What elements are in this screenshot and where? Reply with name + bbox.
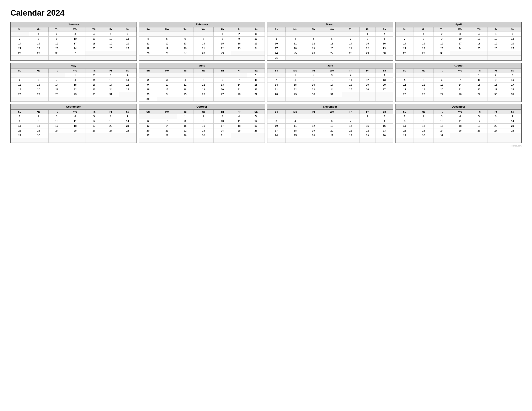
calendar-day: 10 bbox=[65, 37, 85, 41]
calendar-day: 9 bbox=[231, 37, 247, 41]
calendar-day-empty bbox=[285, 97, 305, 102]
calendar-day-empty bbox=[488, 97, 504, 102]
calendar-day: 11 bbox=[470, 37, 488, 41]
calendar-day: 11 bbox=[177, 83, 193, 87]
calendar-day bbox=[29, 73, 48, 78]
calendar-day: 15 bbox=[65, 83, 85, 87]
day-header-su: Su bbox=[396, 68, 414, 73]
day-header-fr: Fr bbox=[359, 110, 376, 114]
day-header-fr: Fr bbox=[488, 28, 504, 32]
calendar-day bbox=[103, 51, 119, 56]
calendar-day-empty bbox=[11, 97, 29, 102]
calendar-day: 1 bbox=[359, 114, 376, 119]
calendar-day: 19 bbox=[103, 41, 119, 46]
calendar-day: 23 bbox=[193, 128, 214, 133]
calendar-day: 15 bbox=[285, 83, 305, 87]
calendar-day bbox=[322, 56, 342, 60]
calendar-day: 28 bbox=[231, 92, 247, 97]
calendar-day: 9 bbox=[139, 83, 157, 87]
calendar-day: 19 bbox=[85, 124, 103, 128]
day-header-we: We bbox=[450, 110, 470, 114]
calendar-day bbox=[504, 51, 521, 56]
calendar-day-empty bbox=[29, 56, 48, 60]
calendar-day-empty bbox=[434, 138, 450, 143]
calendar-day: 11 bbox=[139, 41, 157, 46]
calendar-day: 26 bbox=[11, 92, 29, 97]
calendar-day: 5 bbox=[470, 114, 488, 119]
calendar-day: 13 bbox=[103, 119, 119, 124]
day-header-mo: Mo bbox=[414, 68, 434, 73]
calendar-day: 26 bbox=[157, 51, 177, 56]
calendar-day: 7 bbox=[342, 119, 359, 124]
calendar-day: 8 bbox=[247, 78, 265, 83]
calendar-day: 22 bbox=[65, 87, 85, 92]
calendar-day-empty bbox=[103, 56, 119, 60]
calendar-day: 4 bbox=[285, 37, 305, 41]
day-header-th: Th bbox=[85, 68, 103, 73]
calendar-day: 9 bbox=[414, 119, 434, 124]
calendar-day: 13 bbox=[29, 83, 48, 87]
day-header-th: Th bbox=[470, 68, 488, 73]
calendar-day bbox=[267, 73, 285, 78]
calendar-day: 24 bbox=[214, 128, 231, 133]
day-header-we: We bbox=[193, 68, 214, 73]
calendar-day bbox=[139, 114, 157, 119]
calendar-day: 21 bbox=[267, 87, 285, 92]
calendar-day-empty bbox=[359, 97, 376, 102]
calendar-day: 15 bbox=[29, 41, 48, 46]
calendar-day: 7 bbox=[193, 37, 214, 41]
calendar-day: 3 bbox=[267, 119, 285, 124]
calendar-day-empty bbox=[247, 138, 265, 143]
day-header-we: We bbox=[322, 110, 342, 114]
calendar-day-empty bbox=[29, 138, 48, 143]
calendar-day bbox=[488, 133, 504, 138]
calendar-day: 27 bbox=[177, 51, 193, 56]
calendar-day: 6 bbox=[119, 32, 136, 37]
calendar-day bbox=[396, 73, 414, 78]
calendar-day bbox=[193, 97, 214, 102]
calendar-day-empty bbox=[139, 138, 157, 143]
month-may: MaySuMoTuWeThFrSa12345678910111213141516… bbox=[10, 63, 137, 102]
calendar-day bbox=[376, 56, 393, 60]
page-title: Calendar 2024 bbox=[10, 8, 522, 18]
calendar-day: 20 bbox=[322, 128, 342, 133]
calendar-day-empty bbox=[414, 138, 434, 143]
calendar-day: 22 bbox=[214, 46, 231, 51]
calendar-day bbox=[231, 133, 247, 138]
calendar-day bbox=[342, 114, 359, 119]
calendar-day: 15 bbox=[214, 41, 231, 46]
calendar-day: 7 bbox=[267, 78, 285, 83]
calendar-day: 10 bbox=[434, 119, 450, 124]
watermark: colomio.com bbox=[10, 145, 522, 147]
calendar-day: 14 bbox=[450, 83, 470, 87]
calendar-day: 27 bbox=[139, 133, 157, 138]
calendar-day bbox=[119, 51, 136, 56]
day-header-tu: Tu bbox=[434, 110, 450, 114]
day-header-sa: Sa bbox=[504, 28, 521, 32]
calendar-day-empty bbox=[396, 97, 414, 102]
calendar-day: 2 bbox=[376, 32, 393, 37]
calendar-day bbox=[214, 97, 231, 102]
calendar-day: 20 bbox=[488, 124, 504, 128]
calendar-day: 20 bbox=[434, 87, 450, 92]
calendar-day: 24 bbox=[267, 133, 285, 138]
calendar-day: 11 bbox=[285, 124, 305, 128]
calendar-day: 10 bbox=[322, 78, 342, 83]
month-title-august: August bbox=[396, 63, 522, 68]
calendar-day: 2 bbox=[231, 32, 247, 37]
calendar-day: 17 bbox=[322, 83, 342, 87]
calendar-day: 11 bbox=[285, 41, 305, 46]
calendar-day: 23 bbox=[376, 128, 393, 133]
day-header-mo: Mo bbox=[414, 28, 434, 32]
calendar-day: 27 bbox=[504, 46, 521, 51]
day-header-fr: Fr bbox=[103, 110, 119, 114]
calendar-day: 19 bbox=[157, 46, 177, 51]
calendar-day bbox=[305, 56, 322, 60]
calendar-day: 6 bbox=[29, 78, 48, 83]
calendar-day: 21 bbox=[119, 124, 136, 128]
calendar-day-empty bbox=[342, 138, 359, 143]
calendar-day: 4 bbox=[119, 73, 136, 78]
calendar-day: 6 bbox=[322, 37, 342, 41]
day-header-sa: Sa bbox=[119, 110, 136, 114]
month-title-february: February bbox=[139, 22, 265, 27]
